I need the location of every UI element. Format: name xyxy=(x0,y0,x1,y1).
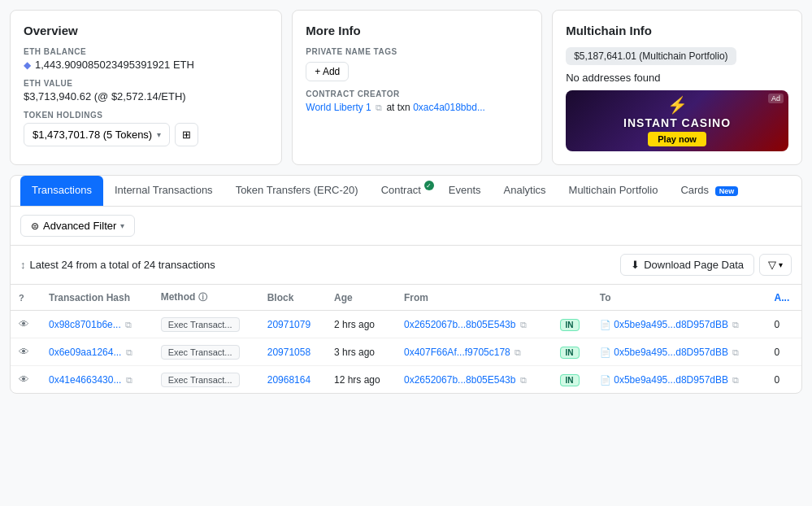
download-label: Download Page Data xyxy=(644,259,744,271)
tab-cards[interactable]: Cards New xyxy=(669,176,749,206)
col-block: Block xyxy=(259,285,326,311)
top-cards: Overview ETH BALANCE ◆ 1,443.90908502349… xyxy=(10,10,802,165)
download-page-data-button[interactable]: ⬇ Download Page Data xyxy=(620,254,754,276)
tx-hash-link[interactable]: 0x6e09aa1264... xyxy=(49,347,121,358)
row-amount-cell: 0 xyxy=(766,366,801,394)
question-icon: ? xyxy=(19,293,24,303)
row-from-cell: 0x2652067b...8b05E543b ⧉ xyxy=(396,311,552,338)
to-file-icon: 📄 xyxy=(600,347,611,357)
table-actions: ⬇ Download Page Data ▽ ▾ xyxy=(620,254,792,276)
more-info-title: More Info xyxy=(306,24,528,37)
ad-play-button[interactable]: Play now xyxy=(648,132,706,146)
filter-icon: ⊜ xyxy=(31,220,39,232)
tab-transactions-label: Transactions xyxy=(32,184,92,196)
eth-balance-value: 1,443.909085023495391921 ETH xyxy=(35,59,194,71)
row-block-cell: 20971058 xyxy=(259,338,326,366)
to-address-link[interactable]: 0x5be9a495...d8D957dBB xyxy=(614,374,728,386)
creator-copy-icon[interactable]: ⧉ xyxy=(376,103,382,112)
tab-contract-label: Contract xyxy=(381,184,421,196)
to-file-icon: 📄 xyxy=(600,375,611,385)
direction-badge: IN xyxy=(560,319,580,331)
eth-value: $3,713,940.62 (@ $2,572.14/ETH) xyxy=(24,90,268,103)
tab-token-transfers[interactable]: Token Transfers (ERC-20) xyxy=(224,176,370,206)
row-method-cell: Exec Transact... xyxy=(153,338,259,366)
table-filter-chevron: ▾ xyxy=(779,260,783,269)
tab-internal-transactions[interactable]: Internal Transactions xyxy=(103,176,224,206)
table-row: 👁 0x98c8701b6e... ⧉ Exec Transact... 209… xyxy=(11,311,801,338)
tab-events[interactable]: Events xyxy=(437,176,493,206)
multichain-portfolio-badge[interactable]: $5,187,641.01 (Multichain Portfolio) xyxy=(566,47,736,65)
age-text: 2 hrs ago xyxy=(334,319,375,330)
creator-txn-link[interactable]: 0xac4a018bbd... xyxy=(413,102,485,113)
from-copy-icon[interactable]: ⧉ xyxy=(520,320,527,329)
eye-icon[interactable]: 👁 xyxy=(19,373,29,386)
eth-icon: ◆ xyxy=(24,59,31,71)
row-age-cell: 12 hrs ago xyxy=(326,366,396,394)
to-address-link[interactable]: 0x5be9a495...d8D957dBB xyxy=(614,319,728,330)
chevron-down-icon: ▾ xyxy=(157,130,161,139)
filter-chevron-icon: ▾ xyxy=(120,221,124,230)
row-direction-cell: IN xyxy=(552,366,592,394)
method-badge: Exec Transact... xyxy=(161,317,240,332)
ad-label: Ad xyxy=(768,94,784,103)
from-address-link[interactable]: 0x2652067b...8b05E543b xyxy=(404,319,515,330)
from-copy-icon[interactable]: ⧉ xyxy=(520,375,527,385)
to-copy-icon[interactable]: ⧉ xyxy=(732,347,739,357)
copy-address-button[interactable]: ⊞ xyxy=(175,123,198,146)
table-filter-icon: ▽ xyxy=(768,259,776,271)
table-row: 👁 0x41e4663430... ⧉ Exec Transact... 209… xyxy=(11,366,801,394)
creator-name-link[interactable]: World Liberty 1 xyxy=(306,102,371,113)
private-name-tags-label: PRIVATE NAME TAGS xyxy=(306,47,528,56)
tab-transactions[interactable]: Transactions xyxy=(20,176,103,206)
tab-multichain-portfolio[interactable]: Multichain Portfolio xyxy=(558,176,670,206)
col-eye: ? xyxy=(11,285,41,311)
hash-copy-icon[interactable]: ⧉ xyxy=(126,375,132,385)
row-amount-cell: 0 xyxy=(766,338,801,366)
eth-value-label: ETH VALUE xyxy=(24,79,268,88)
direction-badge: IN xyxy=(560,374,580,386)
ad-content: ⚡ INSTANT CASINO Play now xyxy=(623,95,731,146)
token-holdings-row: $1,473,701.78 (5 Tokens) ▾ ⊞ xyxy=(24,123,268,146)
filter-row: ⊜ Advanced Filter ▾ xyxy=(11,207,801,246)
ad-title: INSTANT CASINO xyxy=(623,116,731,129)
advanced-filter-label: Advanced Filter xyxy=(43,220,116,232)
multichain-card: Multichain Info $5,187,641.01 (Multichai… xyxy=(552,10,802,165)
eye-icon[interactable]: 👁 xyxy=(19,318,29,330)
block-link[interactable]: 20968164 xyxy=(267,374,310,386)
age-text: 12 hrs ago xyxy=(334,374,380,386)
method-info-icon[interactable]: ⓘ xyxy=(198,292,207,302)
eth-balance-label: ETH BALANCE xyxy=(24,47,268,56)
hash-copy-icon[interactable]: ⧉ xyxy=(125,320,132,329)
col-age[interactable]: Age xyxy=(326,285,396,311)
method-badge: Exec Transact... xyxy=(161,345,240,360)
tab-analytics-label: Analytics xyxy=(504,184,546,196)
tx-hash-link[interactable]: 0x98c8701b6e... xyxy=(49,319,121,330)
block-link[interactable]: 20971079 xyxy=(267,319,310,330)
eye-icon[interactable]: 👁 xyxy=(19,346,29,358)
from-copy-icon[interactable]: ⧉ xyxy=(515,347,521,357)
hash-copy-icon[interactable]: ⧉ xyxy=(126,347,132,357)
block-link[interactable]: 20971058 xyxy=(267,347,310,358)
row-block-cell: 20971079 xyxy=(259,311,326,338)
to-address-link[interactable]: 0x5be9a495...d8D957dBB xyxy=(614,347,728,358)
row-to-cell: 📄 0x5be9a495...d8D957dBB ⧉ xyxy=(592,338,766,366)
tx-hash-link[interactable]: 0x41e4663430... xyxy=(49,374,121,386)
row-eye-cell: 👁 xyxy=(11,311,41,338)
table-filter-button[interactable]: ▽ ▾ xyxy=(759,254,792,276)
to-copy-icon[interactable]: ⧉ xyxy=(732,320,739,329)
add-tag-button[interactable]: + Add xyxy=(306,62,349,81)
advanced-filter-button[interactable]: ⊜ Advanced Filter ▾ xyxy=(20,215,135,237)
table-header-row: ↕ Latest 24 from a total of 24 transacti… xyxy=(11,246,801,285)
token-holdings-button[interactable]: $1,473,701.78 (5 Tokens) ▾ xyxy=(24,123,170,146)
tab-analytics[interactable]: Analytics xyxy=(493,176,558,206)
tab-token-transfers-label: Token Transfers (ERC-20) xyxy=(236,184,358,196)
to-file-icon: 📄 xyxy=(600,320,611,329)
from-address-link[interactable]: 0x407F66Af...f9705c178 xyxy=(404,347,510,358)
to-copy-icon[interactable]: ⧉ xyxy=(732,375,739,385)
page-wrapper: Overview ETH BALANCE ◆ 1,443.90908502349… xyxy=(0,0,812,506)
new-badge: New xyxy=(715,186,739,196)
from-address-link[interactable]: 0x2652067b...8b05E543b xyxy=(404,374,515,386)
tab-contract[interactable]: Contract ✓ xyxy=(370,176,437,206)
amount-value: 0 xyxy=(775,374,780,386)
no-addresses-text: No addresses found xyxy=(566,72,788,84)
